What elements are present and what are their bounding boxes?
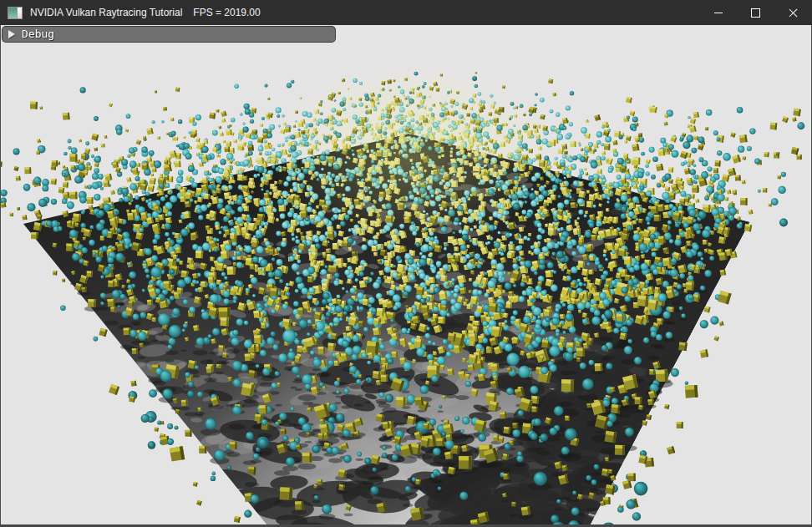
close-icon xyxy=(788,8,799,18)
debug-collapsing-header[interactable]: Debug xyxy=(2,26,336,43)
minimize-button[interactable] xyxy=(699,0,737,25)
minimize-icon xyxy=(714,13,723,13)
maximize-button[interactable] xyxy=(737,0,774,25)
render-viewport-frame xyxy=(0,25,812,527)
triangle-right-icon xyxy=(8,30,15,38)
debug-header-label: Debug xyxy=(22,26,54,43)
window-title: NVIDIA Vulkan Raytracing Tutorial xyxy=(30,7,182,18)
maximize-icon xyxy=(751,8,760,18)
raytraced-scene-viewport[interactable] xyxy=(1,25,811,524)
titlebar[interactable]: NVIDIA Vulkan Raytracing Tutorial FPS = … xyxy=(0,0,812,25)
close-button[interactable] xyxy=(774,0,812,25)
window-controls xyxy=(699,0,812,25)
fps-readout: FPS = 2019.00 xyxy=(193,7,260,18)
app-window-icon xyxy=(8,7,23,19)
app-window: NVIDIA Vulkan Raytracing Tutorial FPS = … xyxy=(0,0,812,527)
